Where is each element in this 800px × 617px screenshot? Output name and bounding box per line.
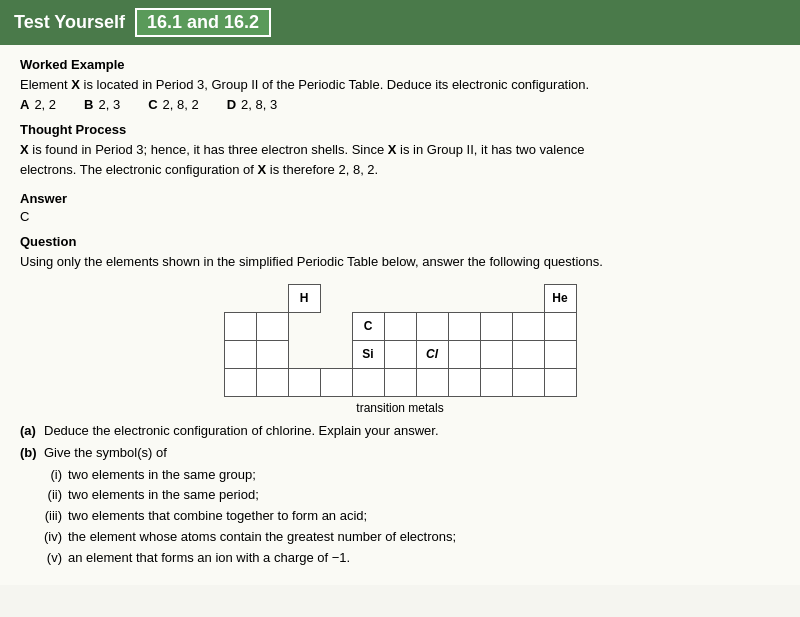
pt-r2-c8 — [448, 312, 480, 340]
roman-text-ii: two elements in the same period; — [68, 485, 259, 506]
thought-process-title: Thought Process — [20, 122, 780, 137]
pt-r2-c11 — [544, 312, 576, 340]
content-area: Worked Example Element X is located in P… — [0, 45, 800, 585]
pt-r4-c6 — [384, 368, 416, 396]
pt-r1-c1-empty — [224, 284, 256, 312]
option-c-value: 2, 8, 2 — [163, 97, 199, 112]
periodic-table-container: H He — [20, 284, 780, 415]
question-text: Using only the elements shown in the sim… — [20, 252, 780, 272]
pt-r2-c4-empty — [320, 312, 352, 340]
worked-example-section: Worked Example Element X is located in P… — [20, 57, 780, 112]
pt-r2-c2 — [256, 312, 288, 340]
sub-b-text: Give the symbol(s) of — [44, 443, 167, 463]
roman-text-i: two elements in the same group; — [68, 465, 256, 486]
option-b-letter: B — [84, 97, 93, 112]
option-b-value: 2, 3 — [98, 97, 120, 112]
pt-cell-C: C — [352, 312, 384, 340]
roman-text-iii: two elements that combine together to fo… — [68, 506, 367, 527]
pt-r3-c1 — [224, 340, 256, 368]
pt-r3-c3-empty — [288, 340, 320, 368]
pt-r3-c9 — [480, 340, 512, 368]
pt-r4-c4 — [320, 368, 352, 396]
pt-r4-c2 — [256, 368, 288, 396]
pt-r1-c4-empty — [320, 284, 352, 312]
pt-r3-c4-empty — [320, 340, 352, 368]
page: Test Yourself 16.1 and 16.2 Worked Examp… — [0, 0, 800, 617]
sub-question-b: (b) Give the symbol(s) of — [20, 443, 780, 463]
header-title-main: Test Yourself — [14, 12, 125, 33]
roman-label-v: (v) — [34, 548, 62, 569]
answer-section: Answer C — [20, 191, 780, 224]
option-a-value: 2, 2 — [34, 97, 56, 112]
pt-r4-c8 — [448, 368, 480, 396]
x-bold-3: X — [258, 162, 267, 177]
pt-row-2: C — [224, 312, 576, 340]
pt-r4-c7 — [416, 368, 448, 396]
element-x-bold: X — [71, 77, 80, 92]
thought-process-text: X is found in Period 3; hence, it has th… — [20, 140, 780, 182]
periodic-table-caption: transition metals — [356, 401, 443, 415]
pt-r4-c1 — [224, 368, 256, 396]
option-d-value: 2, 8, 3 — [241, 97, 277, 112]
x-bold-2: X — [388, 142, 397, 157]
pt-r1-c2-empty — [256, 284, 288, 312]
sub-a-label: (a) — [20, 421, 38, 441]
answer-options-row: A 2, 2 B 2, 3 C 2, 8, 2 D 2, 8, 3 — [20, 97, 780, 112]
pt-row-3: Si Cl — [224, 340, 576, 368]
roman-text-v: an element that forms an ion with a char… — [68, 548, 350, 569]
sub-b-label: (b) — [20, 443, 38, 463]
pt-r2-c3-empty — [288, 312, 320, 340]
option-d-letter: D — [227, 97, 236, 112]
pt-r1-c9-empty — [480, 284, 512, 312]
roman-item-iii: (iii) two elements that combine together… — [34, 506, 780, 527]
x-bold-1: X — [20, 142, 29, 157]
roman-label-iii: (iii) — [34, 506, 62, 527]
roman-numeral-list: (i) two elements in the same group; (ii)… — [34, 465, 780, 569]
pt-r1-c8-empty — [448, 284, 480, 312]
roman-item-ii: (ii) two elements in the same period; — [34, 485, 780, 506]
pt-r2-c7 — [416, 312, 448, 340]
pt-r3-c8 — [448, 340, 480, 368]
roman-text-iv: the element whose atoms contain the grea… — [68, 527, 456, 548]
pt-r2-c9 — [480, 312, 512, 340]
roman-label-iv: (iv) — [34, 527, 62, 548]
pt-r4-c11 — [544, 368, 576, 396]
option-a: A 2, 2 — [20, 97, 56, 112]
pt-r3-c6 — [384, 340, 416, 368]
pt-r2-c1 — [224, 312, 256, 340]
option-a-letter: A — [20, 97, 29, 112]
pt-r1-c7-empty — [416, 284, 448, 312]
pt-cell-Cl: Cl — [416, 340, 448, 368]
answer-title: Answer — [20, 191, 780, 206]
pt-row-4 — [224, 368, 576, 396]
pt-cell-He: He — [544, 284, 576, 312]
pt-r1-c6-empty — [384, 284, 416, 312]
option-d: D 2, 8, 3 — [227, 97, 278, 112]
pt-r3-c11 — [544, 340, 576, 368]
pt-cell-Si: Si — [352, 340, 384, 368]
answer-value: C — [20, 209, 780, 224]
pt-r2-c6 — [384, 312, 416, 340]
worked-example-title: Worked Example — [20, 57, 780, 72]
pt-r4-c9 — [480, 368, 512, 396]
thought-process-section: Thought Process X is found in Period 3; … — [20, 122, 780, 182]
roman-label-ii: (ii) — [34, 485, 62, 506]
pt-r4-c10 — [512, 368, 544, 396]
pt-cell-H: H — [288, 284, 320, 312]
pt-row-1: H He — [224, 284, 576, 312]
option-c: C 2, 8, 2 — [148, 97, 199, 112]
option-c-letter: C — [148, 97, 157, 112]
roman-label-i: (i) — [34, 465, 62, 486]
periodic-table: H He — [224, 284, 577, 397]
roman-item-v: (v) an element that forms an ion with a … — [34, 548, 780, 569]
question-section: Question Using only the elements shown i… — [20, 234, 780, 568]
pt-r3-c10 — [512, 340, 544, 368]
sub-a-text: Deduce the electronic configuration of c… — [44, 421, 439, 441]
roman-item-iv: (iv) the element whose atoms contain the… — [34, 527, 780, 548]
roman-item-i: (i) two elements in the same group; — [34, 465, 780, 486]
pt-r4-c5 — [352, 368, 384, 396]
header-bar: Test Yourself 16.1 and 16.2 — [0, 0, 800, 45]
pt-r2-c10 — [512, 312, 544, 340]
pt-r4-c3 — [288, 368, 320, 396]
sub-question-a: (a) Deduce the electronic configuration … — [20, 421, 780, 441]
